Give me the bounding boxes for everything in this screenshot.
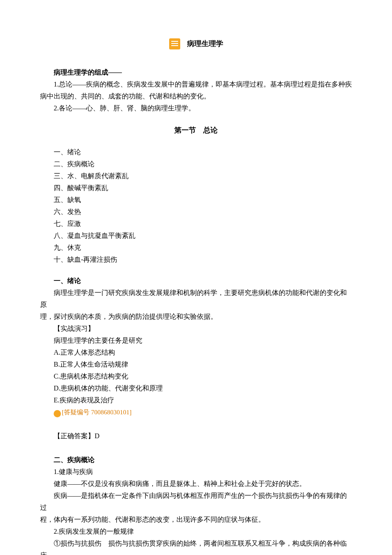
intro-paragraph-2: 2.各论——心、肺、肝、肾、脑的病理生理学。 (40, 102, 352, 114)
document-title-row: 病理生理学 (40, 38, 352, 50)
outline-item: 五、缺氧 (40, 194, 352, 206)
intro-paragraph-1a: 1.总论——疾病的概念、疾病发生发展中的普遍规律，即基本病理过程。基本病理过程是… (40, 78, 352, 90)
h1-paragraph-b: 理，探讨疾病的本质，为疾病的防治提供理论和实验依据。 (40, 311, 352, 323)
outline-item: 八、凝血与抗凝血平衡紊乱 (40, 230, 352, 242)
h2-paragraph-b: 程，体内有一系列功能、代谢和形态的改变，出现许多不同的症状与体征。 (40, 514, 352, 526)
outline-item: 九、休克 (40, 242, 352, 254)
section-1-title: 第一节 总论 (40, 124, 352, 137)
question-mark-icon: ? (54, 410, 61, 417)
answer-code-row: ?[答疑编号 700868030101] (40, 406, 352, 418)
document-title: 病理生理学 (187, 40, 223, 48)
question-stem: 病理生理学的主要任务是研究 (40, 335, 352, 347)
intro-paragraph-1b: 病中出现的、共同的、成套的功能、代谢和结构的变化。 (40, 90, 352, 102)
h1-paragraph-a: 病理生理学是一门研究疾病发生发展规律和机制的科学，主要研究患病机体的功能和代谢的… (40, 287, 352, 311)
question-option: A.正常人体形态结构 (40, 347, 352, 358)
list-icon (169, 38, 180, 49)
outline-item: 六、发热 (40, 206, 352, 218)
h2-paragraph: 2.疾病发生发展的一般规律 (40, 526, 352, 538)
question-option: E.疾病的表现及治疗 (40, 394, 352, 406)
exercise-label: 【实战演习】 (40, 323, 352, 335)
question-option: B.正常人体生命活动规律 (40, 358, 352, 370)
h2-paragraph-a: 疾病——是指机体在一定条件下由病因与机体相互作用而产生的一个损伤与抗损伤斗争的有… (40, 490, 352, 514)
outline-item: 一、绪论 (40, 146, 352, 158)
outline-item: 七、应激 (40, 218, 352, 230)
intro-heading: 病理生理学的组成—— (40, 66, 352, 78)
correct-answer: 【正确答案】D (40, 430, 352, 442)
heading-1: 一、绪论 (40, 275, 352, 287)
question-option: C.患病机体形态结构变化 (40, 370, 352, 382)
outline-item: 四、酸碱平衡紊乱 (40, 182, 352, 194)
outline-item: 十、缺血-再灌注损伤 (40, 254, 352, 266)
outline-item: 二、疾病概论 (40, 158, 352, 170)
outline-item: 三、水、电解质代谢紊乱 (40, 170, 352, 182)
h2-paragraph-a: ①损伤与抗损伤 损伤与抗损伤贯穿疾病的始终，两者间相互联系又相互斗争，构成疾病的… (40, 538, 352, 555)
answer-code-text: [答疑编号 700868030101] (62, 409, 132, 416)
h2-paragraph: 健康——不仅是没有疾病和病痛，而且是躯体上、精神上和社会上处于完好的状态。 (40, 478, 352, 490)
h2-paragraph: 1.健康与疾病 (40, 466, 352, 478)
heading-2: 二、疾病概论 (40, 454, 352, 466)
question-option: D.患病机体的功能、代谢变化和原理 (40, 382, 352, 394)
